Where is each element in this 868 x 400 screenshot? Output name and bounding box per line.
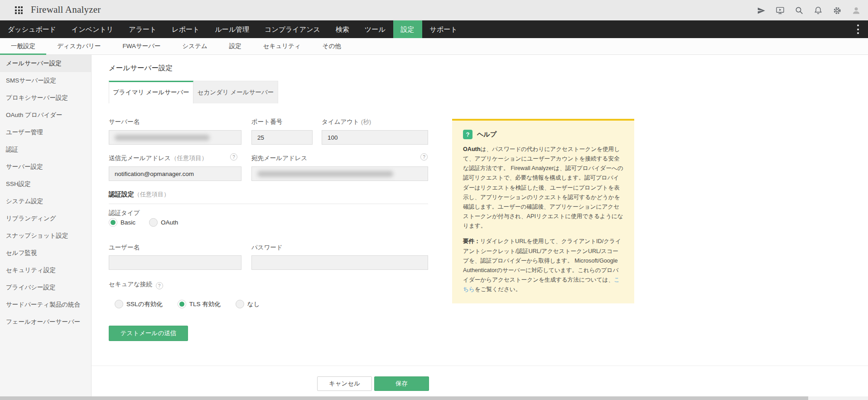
sidebar-item[interactable]: セキュリティ設定 <box>0 262 91 279</box>
nav-item[interactable]: レポート <box>164 20 207 38</box>
to-email-help-icon[interactable]: ? <box>420 153 428 161</box>
sidebar-item[interactable]: システム設定 <box>0 193 91 210</box>
secure-connection-radio-group: SSLの有効化TLS 有効化なし <box>115 300 260 308</box>
help-paragraph-1: OAuthは、パスワードの代わりにアクセストークンを使用して、アプリケーションに… <box>463 145 623 231</box>
header-icons <box>757 6 861 15</box>
horizontal-scrollbar-thumb[interactable] <box>0 396 808 400</box>
from-email-help-icon[interactable]: ? <box>230 153 237 161</box>
password-label: パスワード <box>251 244 283 252</box>
sidebar-item[interactable]: 認証 <box>0 141 91 158</box>
paper-plane-icon[interactable] <box>757 6 766 15</box>
secure-connection-help-icon[interactable]: ? <box>156 282 163 289</box>
auth-type-radio-group: BasicOAuth <box>109 218 178 227</box>
app-header: Firewall Analyzer <box>0 0 868 20</box>
nav-item[interactable]: ルール管理 <box>207 20 257 38</box>
secure-connection-option-label: なし <box>247 300 260 308</box>
sidebar-item[interactable]: スナップショット設定 <box>0 227 91 244</box>
app-title: Firewall Analyzer <box>31 4 101 15</box>
secure-connection-option-label: TLS 有効化 <box>189 300 221 308</box>
password-input[interactable] <box>251 255 428 270</box>
radio-unselected-icon <box>149 218 158 227</box>
radio-unselected-icon <box>236 300 244 308</box>
horizontal-scrollbar[interactable] <box>0 396 868 400</box>
save-button[interactable]: 保存 <box>374 376 429 391</box>
to-email-label: 宛先メールアドレス <box>251 154 307 162</box>
radio-unselected-icon <box>115 300 123 308</box>
subnav-item[interactable]: 設定 <box>218 38 252 54</box>
settings-gear-icon[interactable] <box>833 6 842 15</box>
footer-divider <box>92 366 868 366</box>
nav-item[interactable]: ダッシュボード <box>0 20 64 38</box>
nav-item[interactable]: サポート <box>422 20 465 38</box>
sidebar-item[interactable]: フェールオーバーサーバー <box>0 313 91 331</box>
nav-item[interactable]: 設定 <box>393 20 422 38</box>
cancel-button[interactable]: キャンセル <box>317 376 372 391</box>
send-test-mail-button[interactable]: テストメールの送信 <box>109 326 188 341</box>
auth-type-option-label: Basic <box>121 219 135 226</box>
main-content: メールサーバー設定 プライマリ メールサーバーセカンダリ メールサーバー サーバ… <box>92 55 868 396</box>
sidebar-item[interactable]: リブランディング <box>0 210 91 227</box>
server-name-label: サーバー名 <box>109 118 140 126</box>
subnav-item[interactable]: システム <box>172 38 218 54</box>
port-label: ポート番号 <box>251 118 282 126</box>
sidebar-item[interactable]: セルフ監視 <box>0 244 91 262</box>
sidebar-item[interactable]: プロキシサーバー設定 <box>0 89 91 107</box>
sidebar-item[interactable]: OAuth プロバイダー <box>0 107 91 124</box>
secure-connection-option[interactable]: SSLの有効化 <box>115 300 163 308</box>
subnav-item[interactable]: セキュリティ <box>252 38 312 54</box>
secure-connection-label: セキュアな接続 ? <box>109 280 163 289</box>
nav-item[interactable]: 検索 <box>328 20 357 38</box>
username-input[interactable] <box>109 255 241 270</box>
auth-section-divider <box>109 204 428 204</box>
help-question-icon: ? <box>463 130 473 139</box>
auth-type-label: 認証タイプ <box>109 209 140 217</box>
server-name-input[interactable] <box>109 130 241 145</box>
subnav-item[interactable]: FWAサーバー <box>111 38 171 54</box>
auth-type-option-label: OAuth <box>161 219 178 226</box>
nav-item[interactable]: インベントリ <box>64 20 121 38</box>
nav-item[interactable]: ツール <box>357 20 393 38</box>
nav-item[interactable]: コンプライアンス <box>257 20 328 38</box>
page-title: メールサーバー設定 <box>109 63 173 73</box>
subnav-item[interactable]: その他 <box>312 38 352 54</box>
search-icon[interactable] <box>795 6 804 15</box>
tab[interactable]: プライマリ メールサーバー <box>109 81 193 103</box>
sidebar-item[interactable]: サードパーティ製品の統合 <box>0 296 91 313</box>
sidebar-item[interactable]: プライバシー設定 <box>0 279 91 296</box>
sidebar-item[interactable]: メールサーバー設定 <box>0 55 91 72</box>
sidebar-item[interactable]: ユーザー管理 <box>0 124 91 141</box>
sidebar-item[interactable]: SSH設定 <box>0 176 91 193</box>
sidebar-item[interactable]: サーバー設定 <box>0 158 91 176</box>
to-email-input[interactable] <box>251 166 428 181</box>
secure-connection-option-label: SSLの有効化 <box>126 300 163 308</box>
timeout-label: タイムアウト (秒) <box>322 118 371 126</box>
from-email-label: 送信元メールアドレス（任意項目） <box>109 154 207 162</box>
radio-selected-icon <box>109 218 117 227</box>
apps-grid-icon[interactable] <box>15 6 23 15</box>
port-input[interactable]: 25 <box>251 130 313 145</box>
subnav-item[interactable]: 一般設定 <box>0 38 46 54</box>
settings-subnav: 一般設定ディスカバリーFWAサーバーシステム設定セキュリティその他 <box>0 38 868 55</box>
main-nav: ダッシュボードインベントリアラートレポートルール管理コンプライアンス検索ツール設… <box>0 20 868 38</box>
notifications-bell-icon[interactable] <box>814 6 823 15</box>
auth-type-option[interactable]: Basic <box>109 218 135 227</box>
auth-section-heading: 認証設定（任意項目） <box>109 190 169 199</box>
secure-connection-option[interactable]: TLS 有効化 <box>178 300 221 308</box>
demo-screen-icon[interactable] <box>776 6 785 15</box>
sidebar-item[interactable]: SMSサーバー設定 <box>0 72 91 89</box>
auth-type-option[interactable]: OAuth <box>149 218 178 227</box>
help-panel-title: ヘルプ <box>477 131 497 139</box>
user-avatar-icon[interactable] <box>852 6 861 15</box>
from-email-input[interactable]: notification@opmanager.com <box>109 166 241 181</box>
secure-connection-option[interactable]: なし <box>236 300 260 308</box>
tab[interactable]: セカンダリ メールサーバー <box>193 81 278 103</box>
subnav-item[interactable]: ディスカバリー <box>46 38 111 54</box>
radio-selected-icon <box>178 300 186 308</box>
nav-item[interactable]: アラート <box>121 20 164 38</box>
nav-items: ダッシュボードインベントリアラートレポートルール管理コンプライアンス検索ツール設… <box>0 20 465 38</box>
settings-sidebar: メールサーバー設定SMSサーバー設定プロキシサーバー設定OAuth プロバイダー… <box>0 55 92 396</box>
help-panel: ? ヘルプ OAuthは、パスワードの代わりにアクセストークンを使用して、アプリ… <box>452 119 634 303</box>
timeout-input[interactable]: 100 <box>322 130 428 145</box>
kebab-menu-icon[interactable] <box>857 24 860 34</box>
help-paragraph-2: 要件：リダイレクトURLを使用して、クライアントID/クライアントシークレット/… <box>463 237 623 294</box>
